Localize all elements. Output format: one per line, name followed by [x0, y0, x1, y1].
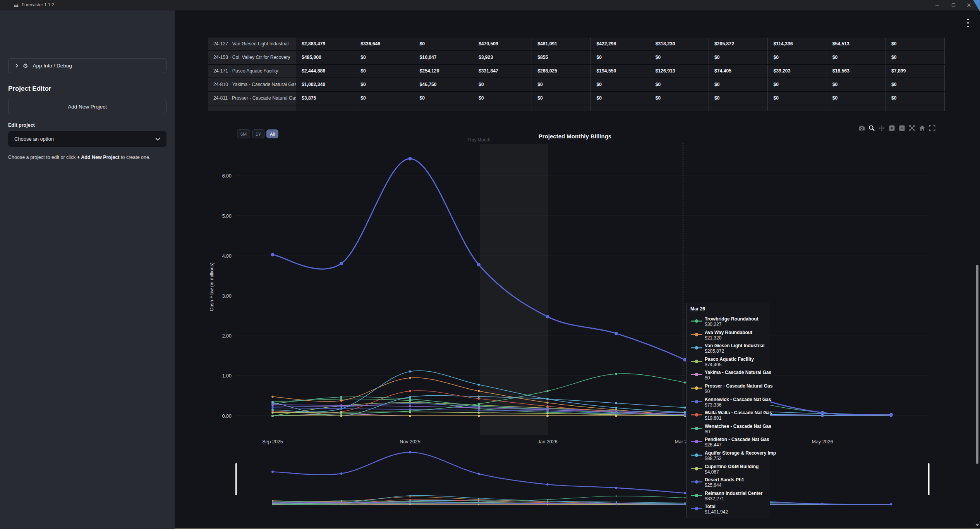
- project-select[interactable]: Choose an option: [8, 131, 166, 147]
- table-cell: $46,750: [414, 78, 473, 92]
- data-point: [478, 503, 479, 504]
- tooltip-entry: Pendleton - Cascade Nat Gas$26,447: [690, 437, 766, 448]
- table-cell: $481,091: [532, 38, 591, 51]
- table-row-name: 24-811 · Prosser - Cascade Natural Gas: [208, 92, 296, 105]
- table-cell: $485,000: [296, 51, 355, 65]
- data-point: [615, 487, 618, 489]
- data-point: [271, 253, 275, 257]
- tooltip-entry: Wenatchee - Cascade Nat Gas$0: [690, 424, 766, 434]
- table-cell: $0: [768, 78, 827, 92]
- data-point: [478, 498, 479, 499]
- table-row: 24-171 · Pasco Aquatic Facility$2,444,88…: [208, 65, 945, 78]
- data-point: [684, 411, 686, 414]
- table-cell: $54,513: [827, 38, 886, 51]
- table-cell: $0: [709, 78, 768, 92]
- data-point: [478, 409, 480, 412]
- data-point: [478, 398, 480, 400]
- table-cell: $0: [532, 78, 591, 92]
- tooltip-series-value: $25,644: [705, 482, 744, 488]
- table-row-name: 24-810 · Yakima - Cascade Natural Gas: [208, 78, 296, 92]
- data-point: [409, 415, 411, 417]
- tooltip-series-value: $88,752: [705, 456, 776, 461]
- chevron-down-icon: [155, 138, 160, 141]
- data-point: [616, 502, 617, 503]
- table-cell: [296, 105, 355, 111]
- data-point: [477, 263, 481, 266]
- range-slider-right-handle[interactable]: [928, 463, 930, 495]
- data-point: [546, 390, 549, 392]
- table-cell: $7,899: [886, 65, 945, 78]
- project-select-value: Choose an option: [14, 136, 155, 142]
- series-marker-icon: [690, 492, 703, 499]
- x-tick-label: Sep 2025: [262, 439, 283, 445]
- data-point: [271, 412, 274, 414]
- table-cell: $0: [886, 51, 945, 65]
- maximize-button[interactable]: [947, 0, 960, 10]
- data-point: [409, 405, 411, 407]
- table-cell: $470,509: [473, 38, 532, 51]
- table-cell: $318,230: [650, 38, 709, 51]
- tooltip-series-name: Wenatchee - Cascade Nat Gas: [705, 424, 771, 429]
- tooltip-series-value: $30,227: [705, 322, 759, 327]
- data-point: [340, 404, 343, 407]
- series-marker-icon: [690, 452, 703, 459]
- table-cell: $194,550: [591, 65, 650, 78]
- series-marker-icon: [690, 331, 703, 338]
- table-row-name: 24-127 · Van Giesen Light Industrial: [208, 38, 296, 51]
- data-point: [615, 407, 618, 409]
- data-point: [409, 410, 411, 412]
- y-tick-label: 3.00: [222, 293, 232, 299]
- data-point: [340, 415, 343, 417]
- data-point: [478, 412, 480, 414]
- tooltip-series-value: $0: [705, 389, 772, 394]
- table-cell: $10,047: [414, 51, 473, 65]
- data-point: [409, 499, 410, 500]
- data-point: [409, 377, 411, 379]
- data-point: [821, 411, 824, 414]
- y-tick-label: 1.00: [222, 373, 232, 379]
- chart-plot-area[interactable]: [235, 144, 929, 416]
- window-titlebar: Forecaster 1.1.2: [0, 0, 980, 10]
- range-slider-left-handle[interactable]: [235, 463, 237, 495]
- tooltip-series-value: $0: [705, 375, 771, 381]
- table-cell: $2,883,479: [296, 38, 355, 51]
- data-point: [408, 157, 412, 160]
- data-point: [478, 405, 480, 407]
- table-cell: $0: [473, 78, 532, 92]
- app-info-debug-expander[interactable]: ⚙ App Info / Debug: [8, 58, 166, 73]
- data-point: [271, 403, 274, 406]
- table-cell: $3,923: [473, 51, 532, 65]
- data-point: [546, 410, 549, 412]
- data-point: [409, 396, 411, 398]
- data-point: [889, 413, 893, 416]
- series-marker-icon: [690, 505, 703, 512]
- series-marker-icon: [690, 345, 703, 352]
- table-row: 24-810 · Yakima - Cascade Natural Gas$1,…: [208, 78, 945, 92]
- data-point: [271, 415, 274, 417]
- data-point: [409, 496, 410, 497]
- tooltip-series-name: Walla Walla - Cascade Nat Gas: [705, 410, 772, 415]
- tooltip-entry: Ava Way Roundabout$21,320: [690, 330, 766, 341]
- data-point: [684, 497, 685, 498]
- tooltip-entry: Reimann Industrial Center$832,271: [690, 491, 766, 501]
- table-cell: $0: [414, 92, 473, 105]
- minimize-button[interactable]: [930, 0, 944, 10]
- table-cell: $74,405: [709, 65, 768, 78]
- data-point: [341, 500, 342, 501]
- tooltip-entry: Van Giesen Light Industrial$205,872: [690, 343, 766, 354]
- series-marker-icon: [690, 465, 703, 472]
- tooltip-series-name: Desert Sands Ph1: [705, 477, 744, 482]
- tooltip-entry: Prosser - Cascade Natural Gas$0: [690, 383, 766, 394]
- series-marker-icon: [690, 412, 703, 419]
- data-point: [478, 415, 480, 417]
- add-new-project-button[interactable]: Add New Project: [8, 99, 166, 114]
- table-cell: $0: [473, 92, 532, 105]
- table-cell: [355, 105, 414, 111]
- table-cell: [827, 105, 886, 111]
- tooltip-entry: Total$1,401,942: [690, 504, 766, 515]
- series-marker-icon: [690, 398, 703, 405]
- data-point: [340, 408, 343, 410]
- data-point: [272, 502, 273, 503]
- table-cell: $0: [650, 78, 709, 92]
- table-cell: $3,875: [296, 92, 355, 105]
